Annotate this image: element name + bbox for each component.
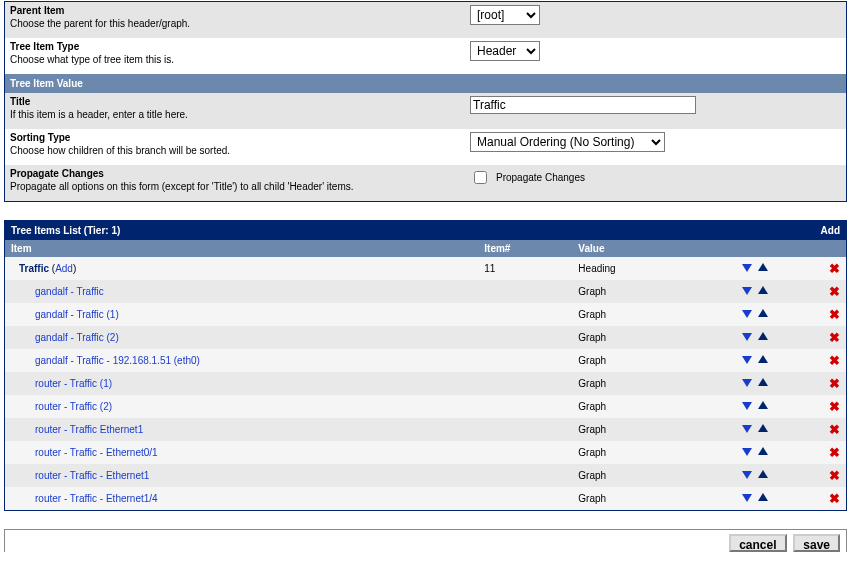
checkbox-propagate-label: Propagate Changes — [496, 172, 585, 183]
svg-marker-16 — [742, 448, 752, 456]
item-link[interactable]: router - Traffic - Ethernet1 — [35, 470, 149, 481]
add-link-top[interactable]: Add — [821, 225, 840, 236]
help-tree-item-type: Choose what type of tree item this is. — [10, 54, 174, 65]
item-number — [478, 372, 572, 395]
table-row: gandalf - TrafficGraph✖ — [5, 280, 847, 303]
delete-icon[interactable]: ✖ — [829, 284, 840, 299]
cancel-button[interactable]: cancel — [729, 534, 786, 552]
arrow-down-icon[interactable] — [741, 492, 753, 503]
title-field[interactable] — [470, 96, 696, 114]
arrow-down-icon[interactable] — [741, 423, 753, 434]
svg-marker-17 — [758, 447, 768, 455]
delete-icon[interactable]: ✖ — [829, 399, 840, 414]
label-propagate: Propagate Changes — [10, 168, 460, 179]
select-sorting-type[interactable]: Manual Ordering (No Sorting) — [470, 132, 665, 152]
delete-icon[interactable]: ✖ — [829, 376, 840, 391]
item-value: Graph — [572, 349, 702, 372]
item-value: Graph — [572, 303, 702, 326]
arrow-down-icon[interactable] — [741, 308, 753, 319]
item-link[interactable]: gandalf - Traffic - 192.168.1.51 (eth0) — [35, 355, 200, 366]
delete-icon[interactable]: ✖ — [829, 261, 840, 276]
arrow-up-icon[interactable] — [757, 492, 769, 503]
delete-icon[interactable]: ✖ — [829, 422, 840, 437]
svg-marker-9 — [758, 355, 768, 363]
arrow-up-icon[interactable] — [757, 331, 769, 342]
arrow-up-icon[interactable] — [757, 262, 769, 273]
arrow-up-icon[interactable] — [757, 354, 769, 365]
delete-icon[interactable]: ✖ — [829, 307, 840, 322]
table-row: gandalf - Traffic (1)Graph✖ — [5, 303, 847, 326]
item-value: Graph — [572, 326, 702, 349]
svg-marker-14 — [742, 425, 752, 433]
delete-icon[interactable]: ✖ — [829, 445, 840, 460]
item-value: Graph — [572, 280, 702, 303]
table-row: router - Traffic - Ethernet0/1Graph✖ — [5, 441, 847, 464]
select-tree-item-type[interactable]: Header — [470, 41, 540, 61]
arrow-up-icon[interactable] — [757, 423, 769, 434]
item-link[interactable]: gandalf - Traffic (2) — [35, 332, 119, 343]
delete-icon[interactable]: ✖ — [829, 330, 840, 345]
item-link[interactable]: gandalf - Traffic — [35, 286, 104, 297]
svg-marker-21 — [758, 493, 768, 501]
arrow-down-icon[interactable] — [741, 446, 753, 457]
table-row: gandalf - Traffic (2)Graph✖ — [5, 326, 847, 349]
help-parent-item: Choose the parent for this header/graph. — [10, 18, 190, 29]
item-value: Graph — [572, 464, 702, 487]
svg-marker-12 — [742, 402, 752, 410]
item-number — [478, 464, 572, 487]
item-link[interactable]: gandalf - Traffic (1) — [35, 309, 119, 320]
item-value: Graph — [572, 372, 702, 395]
svg-marker-5 — [758, 309, 768, 317]
help-propagate: Propagate all options on this form (exce… — [10, 181, 354, 192]
item-value: Heading — [572, 257, 702, 280]
list-title: Tree Items List (Tier: 1) — [5, 221, 703, 241]
item-link[interactable]: router - Traffic - Ethernet0/1 — [35, 447, 158, 458]
arrow-down-icon[interactable] — [741, 400, 753, 411]
svg-marker-0 — [742, 264, 752, 272]
checkbox-propagate[interactable] — [474, 171, 487, 184]
item-link[interactable]: router - Traffic - Ethernet1/4 — [35, 493, 158, 504]
arrow-up-icon[interactable] — [757, 285, 769, 296]
arrow-up-icon[interactable] — [757, 446, 769, 457]
label-tree-item-type: Tree Item Type — [10, 41, 460, 52]
label-title: Title — [10, 96, 460, 107]
col-item: Item — [5, 240, 479, 257]
item-link[interactable]: router - Traffic Ethernet1 — [35, 424, 143, 435]
col-num: Item# — [478, 240, 572, 257]
arrow-up-icon[interactable] — [757, 400, 769, 411]
item-number — [478, 303, 572, 326]
table-row: router - Traffic - Ethernet1/4Graph✖ — [5, 487, 847, 511]
delete-icon[interactable]: ✖ — [829, 491, 840, 506]
help-sorting-type: Choose how children of this branch will … — [10, 145, 230, 156]
col-value: Value — [572, 240, 702, 257]
arrow-up-icon[interactable] — [757, 469, 769, 480]
save-button[interactable]: save — [793, 534, 840, 552]
svg-marker-3 — [758, 286, 768, 294]
arrow-down-icon[interactable] — [741, 377, 753, 388]
item-number — [478, 326, 572, 349]
arrow-up-icon[interactable] — [757, 308, 769, 319]
arrow-down-icon[interactable] — [741, 262, 753, 273]
item-value: Graph — [572, 487, 702, 511]
delete-icon[interactable]: ✖ — [829, 353, 840, 368]
arrow-down-icon[interactable] — [741, 331, 753, 342]
delete-icon[interactable]: ✖ — [829, 468, 840, 483]
help-title: If this item is a header, enter a title … — [10, 109, 188, 120]
item-link[interactable]: Traffic — [19, 263, 49, 274]
item-number — [478, 441, 572, 464]
arrow-down-icon[interactable] — [741, 285, 753, 296]
table-row: router - Traffic - Ethernet1Graph✖ — [5, 464, 847, 487]
svg-marker-18 — [742, 471, 752, 479]
item-link[interactable]: router - Traffic (2) — [35, 401, 112, 412]
svg-marker-4 — [742, 310, 752, 318]
arrow-up-icon[interactable] — [757, 377, 769, 388]
svg-marker-11 — [758, 378, 768, 386]
section-tree-item-value: Tree Item Value — [5, 74, 847, 93]
item-value: Graph — [572, 418, 702, 441]
add-child-link[interactable]: Add — [55, 263, 73, 274]
select-parent-item[interactable]: [root] — [470, 5, 540, 25]
item-link[interactable]: router - Traffic (1) — [35, 378, 112, 389]
svg-marker-20 — [742, 494, 752, 502]
arrow-down-icon[interactable] — [741, 354, 753, 365]
arrow-down-icon[interactable] — [741, 469, 753, 480]
